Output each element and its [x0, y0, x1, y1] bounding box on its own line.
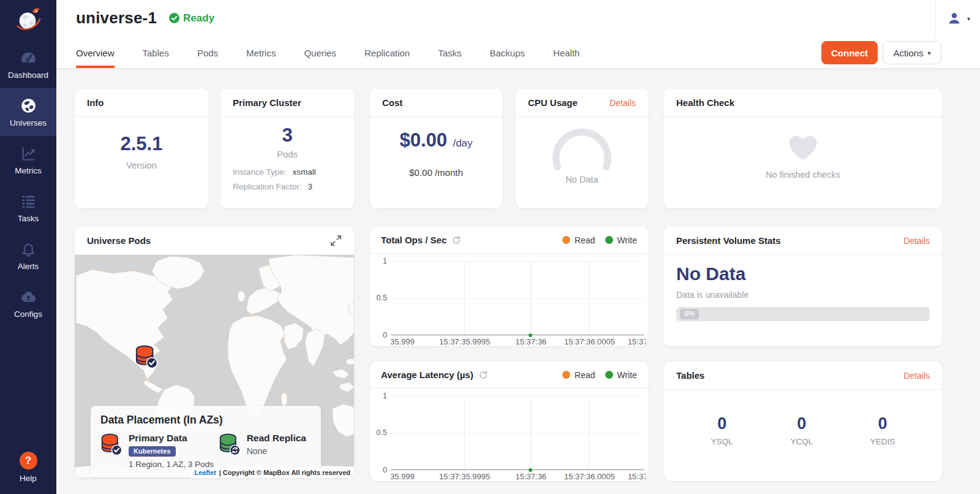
pods-caption: Pods [221, 149, 354, 159]
health-check-card: Health Check No finished checks [664, 89, 942, 208]
card-title: Health Check [676, 97, 734, 108]
plot-area: 1 0.5 0 [391, 396, 644, 470]
tab-health[interactable]: Health [553, 40, 579, 68]
legend-write[interactable]: Write [605, 235, 637, 245]
world-map[interactable]: Data Placement (In AZs) [75, 255, 354, 478]
pvs-progress-bar: 0% [676, 307, 930, 321]
chart-title: Total Ops / Sec [381, 235, 447, 245]
status-badge: Ready [169, 12, 214, 25]
header-divider [935, 0, 936, 38]
x-tick-labels: 5:37:35.999 15:37:35.9995 15:37:36 15:37… [391, 337, 646, 347]
cpu-usage-card: CPU Usage Details No Data [516, 89, 648, 208]
data-placement-title: Data Placement (In AZs) [100, 414, 311, 427]
tab-pods[interactable]: Pods [197, 40, 218, 68]
tab-replication[interactable]: Replication [364, 40, 410, 68]
bell-icon [20, 241, 37, 257]
card-title: Info [87, 97, 104, 108]
globe-icon [20, 97, 37, 114]
sidebar-item-label: Alerts [18, 262, 39, 271]
tables-details-link[interactable]: Details [903, 371, 930, 381]
cloud-upload-icon [20, 289, 37, 305]
sidebar-item-tasks[interactable]: Tasks [0, 184, 56, 232]
primary-cluster-card: Primary Cluster 3 Pods Instance Type: xs… [221, 89, 354, 208]
y-tick: 0 [383, 466, 391, 474]
chart-legend: Read Write [562, 235, 637, 245]
top-bar: universe-1 Ready ▾ Overview Tables Pods … [56, 0, 980, 69]
sidebar-item-label: Universes [10, 118, 47, 127]
card-title: Persistent Volume Stats [676, 235, 781, 246]
pvs-details-link[interactable]: Details [903, 236, 930, 246]
y-tick: 0.5 [377, 294, 391, 302]
gauge-arc [546, 126, 618, 171]
read-replica-label: Read Replica [247, 433, 306, 444]
x-tick-labels: 5:37:35.999 15:37:35.9995 15:37:36 15:37… [391, 472, 646, 482]
tab-bar: Overview Tables Pods Metrics Queries Rep… [76, 40, 579, 68]
ysql-label: YSQL [711, 437, 733, 446]
sidebar-item-help[interactable]: ? Help [0, 452, 56, 483]
status-label: Ready [183, 12, 214, 25]
sidebar-item-universes[interactable]: Universes [0, 88, 56, 136]
check-circle-icon [169, 13, 179, 23]
refresh-icon[interactable] [478, 370, 488, 380]
tab-queries[interactable]: Queries [304, 40, 336, 68]
line-chart-icon [20, 145, 37, 162]
ysql-count: 0 [711, 414, 733, 433]
x-axis [391, 335, 644, 335]
sidebar-item-metrics[interactable]: Metrics [0, 136, 56, 184]
total-ops-chart-card: Total Ops / Sec Read Write 1 0.5 0 5:37:… [370, 227, 648, 346]
refresh-icon[interactable] [451, 235, 461, 245]
read-dot-icon [562, 236, 570, 244]
tab-metrics[interactable]: Metrics [246, 40, 276, 68]
kubernetes-badge: Kubernetes [129, 446, 176, 457]
replica-database-icon [219, 433, 241, 456]
instance-type-value: xsmall [293, 167, 316, 177]
write-dot-icon [605, 236, 613, 244]
legend-read[interactable]: Read [562, 370, 595, 380]
y-tick: 0.5 [377, 428, 391, 437]
app-logo[interactable] [0, 0, 56, 40]
health-empty-label: No finished checks [664, 170, 942, 180]
connect-button[interactable]: Connect [821, 41, 878, 64]
pvs-nodata-value: No Data [676, 264, 930, 284]
tab-backups[interactable]: Backups [490, 40, 526, 68]
universe-pods-card: Universe Pods [75, 227, 354, 478]
expand-icon[interactable] [330, 235, 342, 246]
plot-area: 1 0.5 0 [391, 261, 644, 335]
leaflet-link[interactable]: Leaflet [194, 469, 216, 476]
tab-tables[interactable]: Tables [143, 40, 169, 68]
primary-data-block: Primary Data Kubernetes 1 Region, 1 AZ, … [100, 433, 219, 469]
read-dot-icon [562, 371, 570, 379]
legend-read[interactable]: Read [562, 235, 595, 245]
sidebar-item-label: Help [20, 474, 37, 483]
y-tick: 0 [383, 331, 391, 340]
tab-overview[interactable]: Overview [76, 40, 115, 68]
cpu-details-link[interactable]: Details [609, 98, 636, 108]
average-latency-chart-card: Average Latency (µs) Read Write 1 0.5 0 … [370, 362, 648, 481]
ysql-stat: 0 YSQL [711, 414, 733, 446]
ycql-stat: 0 YCQL [790, 414, 813, 446]
yedis-count: 0 [870, 414, 895, 433]
yedis-stat: 0 YEDIS [870, 414, 895, 446]
info-card: Info 2.5.1 Version [75, 89, 208, 208]
actions-button[interactable]: Actions ▾ [883, 41, 941, 64]
primary-data-map-marker[interactable] [135, 344, 158, 369]
yedis-label: YEDIS [870, 437, 895, 446]
sidebar-item-configs[interactable]: Configs [0, 279, 56, 327]
cost-daily-value: $0.00 [399, 129, 447, 151]
user-menu[interactable]: ▾ [947, 11, 970, 26]
version-caption: Version [75, 160, 208, 170]
tab-tasks[interactable]: Tasks [438, 40, 461, 68]
attribution-text: | Copyright © MapBox All rights reserved [219, 469, 350, 476]
sidebar-item-label: Tasks [18, 214, 39, 223]
sidebar-item-alerts[interactable]: Alerts [0, 232, 56, 279]
card-title: CPU Usage [528, 97, 578, 108]
legend-write[interactable]: Write [605, 370, 637, 380]
write-dot-icon [605, 371, 613, 379]
sidebar-item-dashboard[interactable]: Dashboard [0, 40, 56, 88]
chart-legend: Read Write [562, 370, 637, 380]
replication-factor-label: Replication Factor: [233, 182, 302, 191]
tables-card: Tables Details 0 YSQL 0 YCQL 0 YEDIS [664, 362, 942, 481]
persistent-volume-stats-card: Persistent Volume Stats Details No Data … [664, 227, 942, 346]
cost-card: Cost $0.00 /day $0.00 /month [370, 89, 502, 208]
card-title: Primary Cluster [233, 97, 301, 108]
